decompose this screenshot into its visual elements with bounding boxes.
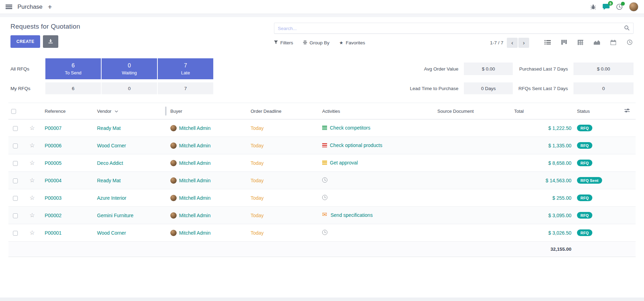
reference-link[interactable]: P00001: [45, 230, 61, 236]
new-tab-button[interactable]: +: [48, 3, 52, 10]
column-header-status[interactable]: Status: [574, 103, 622, 119]
activity-cell[interactable]: [322, 195, 330, 200]
view-graph-button[interactable]: [593, 39, 601, 46]
vendor-link[interactable]: Azure Interior: [97, 195, 126, 201]
activity-cell[interactable]: [322, 177, 330, 183]
column-header-buyer[interactable]: Buyer: [168, 103, 248, 119]
create-button[interactable]: CREATE: [10, 35, 40, 48]
column-header-reference[interactable]: Reference: [42, 103, 94, 119]
favorite-star-icon[interactable]: ☆: [29, 177, 35, 184]
column-header-total[interactable]: Total: [511, 103, 574, 119]
action-buttons: CREATE: [10, 35, 80, 48]
export-button[interactable]: [43, 35, 58, 48]
row-checkbox[interactable]: [13, 178, 18, 183]
activity-cell[interactable]: Get approval: [322, 160, 358, 166]
my-late-count[interactable]: 7: [158, 82, 213, 94]
messages-icon[interactable]: 5: [602, 3, 610, 10]
table-row[interactable]: ☆ P00003 Azure Interior Mitchell Admin T…: [8, 189, 636, 207]
activity-cell[interactable]: Check competitors: [322, 125, 370, 131]
reference-link[interactable]: P00002: [45, 213, 61, 218]
favorite-star-icon[interactable]: ☆: [29, 194, 35, 201]
kanban-view-icon: [561, 40, 567, 46]
tile-waiting[interactable]: 0 Waiting: [102, 58, 157, 79]
buyer-name[interactable]: Mitchell Admin: [179, 195, 210, 201]
search-tools-row: Filters Group By ★ Favorites 1-7 / 7 ‹: [274, 38, 634, 48]
tile-late[interactable]: 7 Late: [158, 58, 213, 79]
vendor-link[interactable]: Wood Corner: [97, 143, 126, 148]
buyer-name[interactable]: Mitchell Admin: [179, 178, 210, 183]
column-header-order-deadline[interactable]: Order Deadline: [248, 103, 319, 119]
vendor-link[interactable]: Wood Corner: [97, 230, 126, 236]
activities-clock-icon[interactable]: [616, 3, 623, 10]
buyer-name[interactable]: Mitchell Admin: [179, 125, 210, 131]
row-checkbox[interactable]: [13, 161, 18, 166]
avg-order-value-label: Avg Order Value: [410, 66, 458, 72]
to-send-count: 6: [72, 63, 75, 69]
my-waiting-count[interactable]: 0: [102, 82, 157, 94]
column-resize-handle[interactable]: [165, 107, 166, 116]
my-to-send-count[interactable]: 6: [45, 82, 101, 94]
activity-tasks-icon: [322, 126, 327, 130]
reference-link[interactable]: P00007: [45, 125, 61, 131]
reference-link[interactable]: P00006: [45, 143, 61, 148]
select-all-checkbox[interactable]: [11, 109, 16, 114]
purchased-last-7-days-label: Purchased Last 7 Days: [518, 66, 568, 72]
view-kanban-button[interactable]: [560, 39, 568, 46]
row-checkbox[interactable]: [13, 144, 18, 148]
app-name[interactable]: Purchase: [17, 3, 43, 10]
optional-columns-button[interactable]: [622, 103, 636, 119]
favorite-star-icon[interactable]: ☆: [29, 125, 35, 131]
table-row[interactable]: ☆ P00002 Gemini Furniture Mitchell Admin…: [8, 207, 636, 224]
view-pivot-button[interactable]: [577, 39, 584, 46]
table-row[interactable]: ☆ P00005 Deco Addict Mitchell Admin Toda…: [8, 154, 636, 172]
view-activity-button[interactable]: [626, 39, 634, 46]
view-calendar-button[interactable]: [609, 39, 617, 46]
pager-previous-button[interactable]: ‹: [507, 38, 518, 48]
buyer-name[interactable]: Mitchell Admin: [179, 213, 210, 218]
table-row[interactable]: ☆ P00001 Wood Corner Mitchell Admin Toda…: [8, 224, 636, 242]
activity-cell[interactable]: [322, 230, 330, 235]
sort-descending-icon: [115, 108, 118, 113]
user-avatar[interactable]: [629, 2, 638, 12]
buyer-name[interactable]: Mitchell Admin: [179, 160, 210, 166]
row-checkbox[interactable]: [13, 196, 18, 201]
favorite-star-icon[interactable]: ☆: [29, 212, 35, 219]
favorite-star-icon[interactable]: ☆: [29, 229, 35, 236]
favorite-star-icon[interactable]: ☆: [29, 160, 35, 166]
vendor-link[interactable]: Ready Mat: [97, 125, 121, 131]
order-deadline: Today: [251, 143, 264, 148]
row-checkbox[interactable]: [13, 231, 18, 236]
favorites-button[interactable]: ★ Favorites: [339, 40, 365, 45]
reference-link[interactable]: P00005: [45, 160, 61, 166]
activity-cell[interactable]: Check optional products: [322, 142, 382, 148]
vendor-link[interactable]: Deco Addict: [97, 160, 123, 166]
filters-button[interactable]: Filters: [274, 40, 293, 45]
apps-menu-icon[interactable]: [6, 5, 12, 9]
activity-view-icon: [627, 39, 632, 46]
view-list-button[interactable]: [544, 39, 552, 46]
column-header-source-document[interactable]: Source Document: [435, 103, 511, 119]
column-header-activities[interactable]: Activities: [319, 103, 435, 119]
status-badge: RFQ: [577, 212, 592, 219]
vendor-link[interactable]: Gemini Furniture: [97, 213, 133, 218]
search-icon[interactable]: [624, 25, 630, 32]
favorite-star-icon[interactable]: ☆: [29, 142, 35, 149]
row-checkbox[interactable]: [13, 213, 18, 218]
reference-link[interactable]: P00003: [45, 195, 61, 201]
pager-next-button[interactable]: ›: [518, 38, 529, 48]
table-row[interactable]: ☆ P00007 Ready Mat Mitchell Admin Today …: [8, 119, 636, 137]
table-row[interactable]: ☆ P00004 Ready Mat Mitchell Admin Today …: [8, 172, 636, 189]
search-input[interactable]: [278, 26, 624, 31]
buyer-avatar: [170, 142, 177, 149]
debug-bug-icon[interactable]: [590, 4, 596, 10]
buyer-name[interactable]: Mitchell Admin: [179, 143, 210, 148]
reference-link[interactable]: P00004: [45, 178, 61, 183]
row-checkbox[interactable]: [13, 126, 18, 131]
buyer-name[interactable]: Mitchell Admin: [179, 230, 210, 236]
vendor-link[interactable]: Ready Mat: [97, 178, 121, 183]
tile-to-send[interactable]: 6 To Send: [45, 58, 101, 79]
column-header-vendor[interactable]: Vendor: [94, 103, 168, 119]
group-by-button[interactable]: Group By: [303, 40, 330, 45]
activity-cell[interactable]: Send specifications: [322, 212, 373, 218]
table-row[interactable]: ☆ P00006 Wood Corner Mitchell Admin Toda…: [8, 137, 636, 154]
